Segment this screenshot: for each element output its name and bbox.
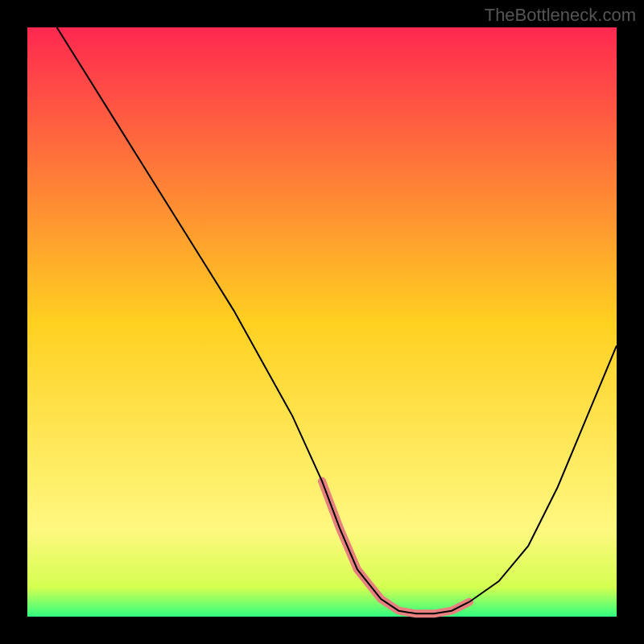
chart-svg — [0, 0, 644, 644]
watermark-text: TheBottleneck.com — [485, 5, 636, 26]
bottleneck-chart — [0, 0, 644, 644]
gradient-background — [27, 27, 617, 617]
